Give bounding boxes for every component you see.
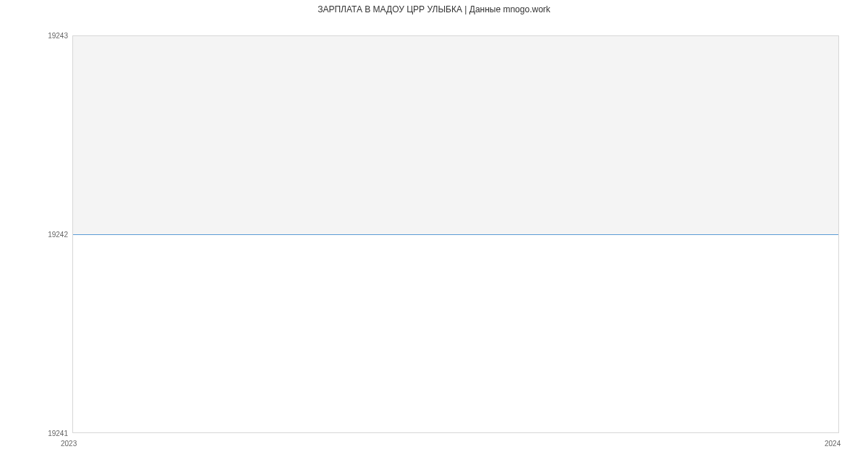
plot-band — [72, 35, 839, 234]
x-tick-label: 2024 — [825, 440, 841, 448]
y-tick-label: 19241 — [48, 430, 68, 437]
x-tick-label: 2023 — [61, 440, 77, 448]
y-tick-label: 19243 — [48, 32, 68, 40]
data-line — [72, 234, 839, 235]
plot-area — [72, 35, 839, 433]
chart-title: ЗАРПЛАТА В МАДОУ ЦРР УЛЫБКА | Данные mno… — [318, 4, 550, 14]
y-tick-label: 19242 — [48, 231, 68, 239]
